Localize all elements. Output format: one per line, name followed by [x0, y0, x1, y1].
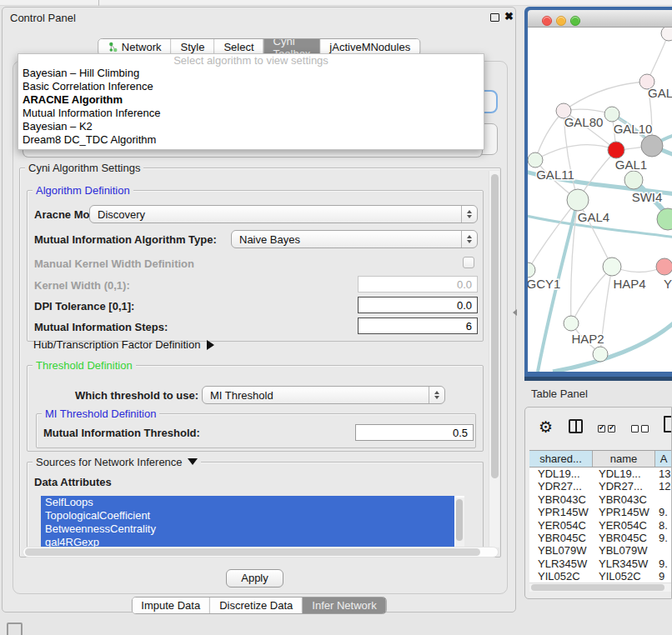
table-cell: 9	[655, 570, 672, 582]
sources-title-toggle[interactable]: Sources for Network Inference	[33, 456, 201, 468]
node-bottom-partial[interactable]	[593, 347, 608, 362]
node-gal11[interactable]	[528, 152, 543, 168]
table-cell: YLR345W	[529, 558, 593, 570]
aracne-mode-value: Discovery	[90, 208, 461, 221]
network-canvas[interactable]: GALGAL80GAL10GAL1GAL11SWI4GAL4GCY1HAP4YH…	[528, 28, 672, 372]
zoom-light-icon[interactable]	[570, 16, 580, 26]
table-row[interactable]: YDL19...YDL19...13	[529, 468, 672, 480]
column-header-shared[interactable]: shared...	[529, 451, 593, 467]
table-cell: YER054C	[529, 519, 593, 532]
manual-kernel-checkbox[interactable]	[463, 257, 474, 268]
table-row[interactable]: YBR043CYBR043C	[529, 493, 672, 506]
node-gray[interactable]	[641, 135, 663, 157]
node-green[interactable]	[657, 208, 672, 230]
node-swi4[interactable]	[624, 171, 643, 189]
table-cell: YBL079W	[593, 544, 655, 557]
table-row[interactable]: YBR045CYBR045C9.	[529, 532, 672, 544]
list-scrollbar[interactable]	[455, 498, 464, 549]
mi-steps-field[interactable]: 6	[358, 318, 478, 334]
attribute-item-selfloops[interactable]: SelfLoops	[41, 496, 454, 509]
table-cell: YBR043C	[529, 493, 593, 506]
node-gcy1-label: GCY1	[528, 277, 560, 291]
table-horizontal-scrollbar[interactable]	[529, 582, 671, 592]
node-gcy1[interactable]	[528, 262, 535, 278]
mi-steps-label: Mutual Information Steps:	[34, 321, 168, 333]
dropdown-item-mutual-information-inference[interactable]: Mutual Information Inference	[18, 107, 484, 120]
hub-label: Hub/Transcription Factor Definition	[33, 338, 200, 351]
collapsed-arrow-icon	[207, 340, 214, 350]
minimize-light-icon[interactable]	[556, 16, 566, 26]
checked-pair-icon[interactable]	[598, 422, 618, 435]
column-header-name[interactable]: name	[593, 451, 655, 467]
unchecked-pair-icon[interactable]	[631, 422, 651, 435]
apply-button[interactable]: Apply	[226, 569, 283, 588]
stepper-arrows-icon	[461, 231, 477, 248]
table-row[interactable]: YLR345WYLR345W9.	[529, 558, 672, 570]
expanded-arrow-icon	[188, 458, 198, 465]
node-gal4[interactable]	[567, 189, 589, 211]
table-row[interactable]: YPR145WYPR145W9.	[529, 506, 672, 518]
table-cell: YLR345W	[593, 558, 655, 570]
table-cell	[655, 544, 672, 557]
kernel-width-field[interactable]: 0.0	[358, 276, 478, 292]
table-cell: 9.	[655, 506, 672, 518]
node-hap2[interactable]	[564, 316, 579, 331]
dropdown-item-dream8-dc-tdc-algorithm[interactable]: Dream8 DC_TDC Algorithm	[18, 133, 484, 147]
network-selector-partial[interactable]	[23, 149, 483, 158]
node-gal10-label: GAL10	[614, 122, 653, 136]
dropdown-item-aracne-algorithm[interactable]: ARACNE Algorithm	[18, 93, 484, 107]
which-threshold-label: Which threshold to use:	[75, 389, 198, 402]
hub-transcription-factor-toggle[interactable]: Hub/Transcription Factor Definition	[33, 338, 214, 351]
manual-kernel-label: Manual Kernel Width Definition	[34, 258, 194, 270]
collapsed-panel-button[interactable]	[7, 622, 23, 635]
tab-discretize-data[interactable]: Discretize Data	[210, 598, 303, 613]
settings-vertical-scrollbar[interactable]	[489, 171, 499, 548]
table-cell: 13	[655, 468, 672, 480]
table-row[interactable]: YBL079WYBL079W	[529, 544, 672, 557]
table-cell: YDR27...	[529, 480, 593, 492]
table-cell: YDL19...	[529, 468, 593, 480]
close-light-icon[interactable]	[542, 16, 552, 26]
attribute-item-topologicalcoefficient[interactable]: TopologicalCoefficient	[41, 509, 454, 522]
column-header-a[interactable]: A	[655, 451, 672, 467]
dpi-tolerance-field[interactable]: 0.0	[358, 297, 478, 313]
dropdown-item-bayesian-hill-climbing[interactable]: Bayesian – Hill Climbing	[18, 67, 484, 80]
node-gal1[interactable]	[608, 142, 624, 158]
table-panel-title: Table Panel	[531, 388, 588, 400]
which-threshold-combobox[interactable]: MI Threshold	[202, 386, 445, 404]
threshold-definition-title: Threshold Definition	[33, 359, 136, 372]
network-graph[interactable]: GALGAL80GAL10GAL1GAL11SWI4GAL4GCY1HAP4YH…	[528, 28, 672, 372]
table-cell: YIL052C	[529, 570, 593, 582]
sources-group: Sources for Network Inference Data Attri…	[27, 462, 484, 555]
node-hap4[interactable]	[603, 258, 621, 276]
network-edge	[647, 33, 669, 82]
settings-horizontal-scrollbar[interactable]	[23, 547, 499, 558]
network-window-titlebar[interactable]	[528, 10, 672, 28]
node-table: shared...nameA YDL19...YDL19...13YDR27..…	[529, 450, 672, 583]
attribute-item-betweennesscentrality[interactable]: BetweennessCentrality	[41, 522, 454, 536]
table-row[interactable]: YER054CYER054C8.	[529, 519, 672, 532]
close-icon[interactable]: ✖	[504, 10, 514, 22]
node-y-partial[interactable]	[656, 258, 672, 275]
table-cell: 8.	[655, 519, 672, 532]
page-icon[interactable]	[664, 416, 672, 432]
table-header-row: shared...nameA	[529, 450, 672, 468]
tab-impute-data[interactable]: Impute Data	[132, 598, 210, 613]
dropdown-item-basic-correlation-inference[interactable]: Basic Correlation Inference	[18, 80, 484, 93]
node-hap2-label: HAP2	[571, 332, 604, 346]
float-window-icon[interactable]	[490, 13, 499, 22]
node-top-partial[interactable]	[661, 28, 672, 41]
table-row[interactable]: YDR27...YDR27...12	[529, 480, 672, 492]
aracne-mode-combobox[interactable]: Discovery	[89, 205, 478, 223]
table-row[interactable]: YIL052CYIL052C9	[529, 570, 672, 582]
node-gal10[interactable]	[604, 107, 619, 122]
mi-threshold-field[interactable]: 0.5	[355, 424, 474, 441]
dropdown-item-bayesian-k2[interactable]: Bayesian – K2	[18, 120, 484, 133]
panel-splitter-handle[interactable]	[513, 309, 517, 316]
tab-label: jActiveMNodules	[329, 41, 410, 53]
gear-icon[interactable]: ⚙	[539, 418, 553, 437]
data-attributes-list[interactable]: SelfLoopsTopologicalCoefficientBetweenne…	[41, 496, 464, 552]
mi-type-combobox[interactable]: Naive Bayes	[231, 230, 478, 248]
columns-icon[interactable]	[569, 419, 583, 433]
tab-infer-network[interactable]: Infer Network	[303, 598, 385, 613]
